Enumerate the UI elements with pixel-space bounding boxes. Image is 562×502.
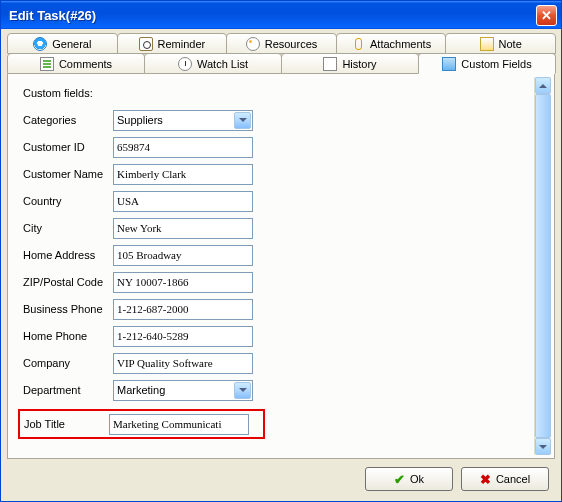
tab-attachments[interactable]: Attachments bbox=[336, 33, 447, 54]
cancel-label: Cancel bbox=[496, 473, 530, 485]
label-city: City bbox=[23, 222, 113, 234]
label-company: Company bbox=[23, 357, 113, 369]
custom-fields-icon bbox=[442, 57, 456, 71]
label-department: Department bbox=[23, 384, 113, 396]
field-job-title: Job Title bbox=[24, 414, 259, 434]
scroll-up-button[interactable] bbox=[535, 77, 551, 94]
tab-reminder[interactable]: Reminder bbox=[117, 33, 228, 54]
general-icon bbox=[33, 37, 47, 51]
select-department[interactable]: Marketing bbox=[113, 380, 253, 401]
resources-icon bbox=[246, 37, 260, 51]
tab-resources[interactable]: Resources bbox=[226, 33, 337, 54]
label-categories: Categories bbox=[23, 114, 113, 126]
label-zip: ZIP/Postal Code bbox=[23, 276, 113, 288]
tab-label: History bbox=[342, 58, 376, 70]
custom-fields-pane: Custom fields: Categories Suppliers Cust… bbox=[11, 77, 551, 455]
label-home-address: Home Address bbox=[23, 249, 113, 261]
ok-label: Ok bbox=[410, 473, 424, 485]
input-company[interactable] bbox=[113, 353, 253, 374]
input-customer-name[interactable] bbox=[113, 164, 253, 185]
vertical-scrollbar[interactable] bbox=[534, 77, 551, 455]
field-zip: ZIP/Postal Code bbox=[23, 271, 547, 293]
field-home-address: Home Address bbox=[23, 244, 547, 266]
tab-history[interactable]: History bbox=[281, 53, 419, 74]
field-categories: Categories Suppliers bbox=[23, 109, 547, 131]
input-zip[interactable] bbox=[113, 272, 253, 293]
select-categories[interactable]: Suppliers bbox=[113, 110, 253, 131]
x-icon: ✖ bbox=[480, 472, 491, 487]
label-home-phone: Home Phone bbox=[23, 330, 113, 342]
check-icon: ✔ bbox=[394, 472, 405, 487]
input-job-title[interactable] bbox=[109, 414, 249, 435]
tabs-row-2: Comments Watch List History Custom Field… bbox=[7, 53, 555, 74]
tab-label: General bbox=[52, 38, 91, 50]
label-customer-id: Customer ID bbox=[23, 141, 113, 153]
input-business-phone[interactable] bbox=[113, 299, 253, 320]
watchlist-icon bbox=[178, 57, 192, 71]
field-customer-id: Customer ID bbox=[23, 136, 547, 158]
cancel-button[interactable]: ✖ Cancel bbox=[461, 467, 549, 491]
chevron-down-icon bbox=[234, 112, 251, 129]
tab-pane: Custom fields: Categories Suppliers Cust… bbox=[7, 74, 555, 459]
tab-watchlist[interactable]: Watch List bbox=[144, 53, 282, 74]
chevron-down-icon bbox=[234, 382, 251, 399]
input-home-address[interactable] bbox=[113, 245, 253, 266]
dialog-buttons: ✔ Ok ✖ Cancel bbox=[7, 459, 555, 497]
field-business-phone: Business Phone bbox=[23, 298, 547, 320]
field-country: Country bbox=[23, 190, 547, 212]
section-label: Custom fields: bbox=[23, 87, 547, 99]
tab-label: Comments bbox=[59, 58, 112, 70]
scroll-down-button[interactable] bbox=[535, 438, 551, 455]
attachments-icon bbox=[351, 37, 365, 51]
client-area: General Reminder Resources Attachments N… bbox=[1, 29, 561, 501]
field-department: Department Marketing bbox=[23, 379, 547, 401]
input-country[interactable] bbox=[113, 191, 253, 212]
ok-button[interactable]: ✔ Ok bbox=[365, 467, 453, 491]
titlebar[interactable]: Edit Task(#26) ✕ bbox=[1, 1, 561, 29]
field-customer-name: Customer Name bbox=[23, 163, 547, 185]
tab-label: Custom Fields bbox=[461, 58, 531, 70]
input-city[interactable] bbox=[113, 218, 253, 239]
tab-custom-fields[interactable]: Custom Fields bbox=[418, 53, 556, 74]
label-job-title: Job Title bbox=[24, 418, 109, 430]
fields-list: Categories Suppliers Customer ID Custome… bbox=[23, 109, 547, 439]
field-city: City bbox=[23, 217, 547, 239]
window-title: Edit Task(#26) bbox=[9, 8, 536, 23]
tab-label: Note bbox=[499, 38, 522, 50]
highlight-job-title: Job Title bbox=[18, 409, 265, 439]
label-business-phone: Business Phone bbox=[23, 303, 113, 315]
note-icon bbox=[480, 37, 494, 51]
field-company: Company bbox=[23, 352, 547, 374]
label-customer-name: Customer Name bbox=[23, 168, 113, 180]
history-icon bbox=[323, 57, 337, 71]
select-value: Suppliers bbox=[117, 114, 163, 126]
tab-comments[interactable]: Comments bbox=[7, 53, 145, 74]
select-value: Marketing bbox=[117, 384, 165, 396]
tab-general[interactable]: General bbox=[7, 33, 118, 54]
input-home-phone[interactable] bbox=[113, 326, 253, 347]
close-button[interactable]: ✕ bbox=[536, 5, 557, 26]
comments-icon bbox=[40, 57, 54, 71]
input-customer-id[interactable] bbox=[113, 137, 253, 158]
scroll-thumb[interactable] bbox=[535, 94, 551, 438]
tab-label: Watch List bbox=[197, 58, 248, 70]
tab-label: Reminder bbox=[158, 38, 206, 50]
tab-note[interactable]: Note bbox=[445, 33, 556, 54]
reminder-icon bbox=[139, 37, 153, 51]
close-icon: ✕ bbox=[541, 8, 552, 23]
label-country: Country bbox=[23, 195, 113, 207]
edit-task-window: Edit Task(#26) ✕ General Reminder Resour… bbox=[0, 0, 562, 502]
field-home-phone: Home Phone bbox=[23, 325, 547, 347]
tabs-row-1: General Reminder Resources Attachments N… bbox=[7, 33, 555, 54]
tab-label: Attachments bbox=[370, 38, 431, 50]
tab-label: Resources bbox=[265, 38, 318, 50]
